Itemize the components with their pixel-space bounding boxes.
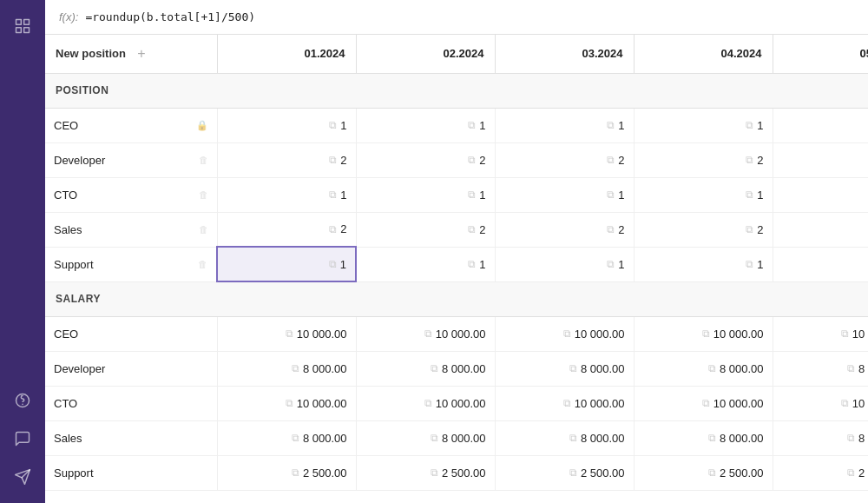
data-cell-salary-1-3[interactable]: 8 000.00	[634, 351, 773, 386]
copy-icon[interactable]	[746, 223, 753, 235]
copy-icon[interactable]	[607, 258, 615, 270]
data-cell-position-1-0[interactable]: 2	[217, 142, 356, 177]
copy-icon[interactable]	[563, 328, 571, 340]
data-cell-salary-1-4[interactable]: 8 000.00	[773, 351, 868, 386]
data-cell-salary-1-2[interactable]: 8 000.00	[495, 351, 634, 386]
help-icon[interactable]	[7, 385, 38, 416]
copy-icon[interactable]	[569, 432, 577, 444]
copy-icon[interactable]	[841, 397, 849, 409]
data-cell-salary-2-0[interactable]: 10 000.00	[217, 386, 356, 420]
copy-icon[interactable]	[708, 432, 716, 444]
copy-icon[interactable]	[746, 258, 753, 270]
data-cell-salary-0-3[interactable]: 10 000.00	[634, 316, 773, 351]
copy-icon[interactable]	[292, 432, 299, 444]
copy-icon[interactable]	[292, 467, 299, 479]
trash-icon[interactable]	[198, 259, 207, 269]
copy-icon[interactable]	[468, 223, 476, 235]
chat-icon[interactable]	[7, 423, 38, 454]
copy-icon[interactable]	[329, 154, 337, 166]
data-cell-salary-4-3[interactable]: 2 500.00	[634, 455, 773, 490]
copy-icon[interactable]	[329, 119, 337, 131]
copy-icon[interactable]	[329, 258, 337, 270]
copy-icon[interactable]	[569, 467, 577, 479]
data-cell-salary-3-2[interactable]: 8 000.00	[495, 420, 634, 455]
send-icon[interactable]	[7, 461, 38, 493]
data-cell-position-4-1[interactable]: 1	[356, 247, 495, 281]
data-cell-position-0-4[interactable]: 1	[773, 108, 868, 142]
data-cell-position-4-2[interactable]: 1	[495, 247, 634, 281]
data-cell-position-2-4[interactable]: 1	[773, 177, 868, 212]
data-cell-salary-1-1[interactable]: 8 000.00	[356, 351, 495, 386]
data-cell-position-0-0[interactable]: 1	[217, 108, 356, 142]
copy-icon[interactable]	[569, 362, 577, 374]
data-cell-position-3-3[interactable]: 2	[634, 212, 773, 247]
data-cell-salary-2-4[interactable]: 10 000.00	[773, 386, 868, 420]
copy-icon[interactable]	[847, 432, 855, 444]
data-cell-position-3-1[interactable]: 2	[356, 212, 495, 247]
copy-icon[interactable]	[607, 223, 615, 235]
copy-icon[interactable]	[292, 362, 299, 374]
data-cell-position-1-1[interactable]: 2	[356, 142, 495, 177]
copy-icon[interactable]	[708, 362, 716, 374]
data-cell-position-0-2[interactable]: 1	[495, 108, 634, 142]
copy-icon[interactable]	[468, 154, 476, 166]
data-cell-salary-3-3[interactable]: 8 000.00	[634, 420, 773, 455]
data-cell-salary-0-1[interactable]: 10 000.00	[356, 316, 495, 351]
formula-value[interactable]: =roundup(b.total[+1]/500)	[85, 10, 255, 23]
copy-icon[interactable]	[607, 189, 615, 201]
copy-icon[interactable]	[286, 328, 293, 340]
data-cell-position-4-4[interactable]: 1	[773, 247, 868, 281]
copy-icon[interactable]	[746, 154, 753, 166]
trash-icon[interactable]	[199, 155, 208, 165]
copy-icon[interactable]	[431, 432, 438, 444]
data-cell-salary-1-0[interactable]: 8 000.00	[217, 351, 356, 386]
copy-icon[interactable]	[702, 328, 710, 340]
data-cell-salary-0-4[interactable]: 10 000.00	[773, 316, 868, 351]
copy-icon[interactable]	[847, 467, 855, 479]
data-cell-position-2-2[interactable]: 1	[495, 177, 634, 212]
data-cell-position-2-0[interactable]: 1	[217, 177, 356, 212]
data-cell-position-1-3[interactable]: 2	[634, 142, 773, 177]
copy-icon[interactable]	[424, 397, 432, 409]
add-position-button[interactable]: +	[133, 45, 150, 63]
copy-icon[interactable]	[468, 119, 476, 131]
grid-icon[interactable]	[7, 10, 38, 42]
copy-icon[interactable]	[431, 467, 438, 479]
data-cell-salary-2-3[interactable]: 10 000.00	[634, 386, 773, 420]
data-cell-position-1-4[interactable]: 2	[773, 142, 868, 177]
data-cell-position-4-3[interactable]: 1	[634, 247, 773, 281]
data-cell-salary-3-1[interactable]: 8 000.00	[356, 420, 495, 455]
copy-icon[interactable]	[424, 328, 432, 340]
copy-icon[interactable]	[329, 189, 337, 201]
data-cell-position-1-2[interactable]: 2	[495, 142, 634, 177]
data-cell-position-0-3[interactable]: 1	[634, 108, 773, 142]
data-cell-position-4-0[interactable]: 1	[217, 247, 356, 281]
trash-icon[interactable]	[199, 224, 208, 235]
trash-icon[interactable]	[199, 189, 208, 200]
copy-icon[interactable]	[841, 328, 849, 340]
data-cell-salary-2-2[interactable]: 10 000.00	[495, 386, 634, 420]
copy-icon[interactable]	[702, 397, 710, 409]
copy-icon[interactable]	[607, 119, 615, 131]
copy-icon[interactable]	[286, 397, 293, 409]
copy-icon[interactable]	[468, 189, 476, 201]
data-cell-salary-2-1[interactable]: 10 000.00	[356, 386, 495, 420]
data-cell-position-3-4[interactable]: 2	[773, 212, 868, 247]
data-cell-position-0-1[interactable]: 1	[356, 108, 495, 142]
table-container[interactable]: New position + 01.2024 02.2024 03.2024 0…	[45, 35, 868, 503]
copy-icon[interactable]	[607, 154, 615, 166]
data-cell-position-3-0[interactable]: 2	[217, 212, 356, 247]
data-cell-salary-3-0[interactable]: 8 000.00	[217, 420, 356, 455]
copy-icon[interactable]	[847, 362, 855, 374]
copy-icon[interactable]	[563, 397, 571, 409]
copy-icon[interactable]	[746, 189, 753, 201]
data-cell-position-2-3[interactable]: 1	[634, 177, 773, 212]
data-cell-position-3-2[interactable]: 2	[495, 212, 634, 247]
copy-icon[interactable]	[431, 362, 438, 374]
copy-icon[interactable]	[468, 258, 476, 270]
copy-icon[interactable]	[746, 119, 753, 131]
data-cell-position-2-1[interactable]: 1	[356, 177, 495, 212]
data-cell-salary-4-0[interactable]: 2 500.00	[217, 455, 356, 490]
data-cell-salary-3-4[interactable]: 8 000.00	[773, 420, 868, 455]
data-cell-salary-0-2[interactable]: 10 000.00	[495, 316, 634, 351]
